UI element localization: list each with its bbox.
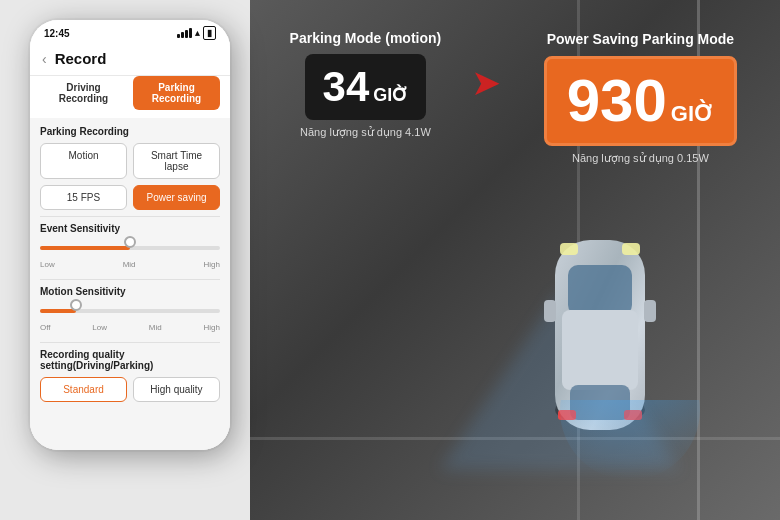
power-saving-label: Power Saving Parking Mode	[547, 30, 735, 48]
event-label-low: Low	[40, 260, 55, 269]
event-sensitivity-label: Event Sensitivity	[40, 223, 220, 234]
recording-quality-label: Recording quality setting(Driving/Parkin…	[40, 349, 220, 371]
svg-rect-6	[644, 300, 656, 322]
parking-mode-label: Parking Mode (motion)	[290, 30, 442, 46]
status-time: 12:45	[44, 28, 70, 39]
motion-slider-labels: Off Low Mid High	[40, 323, 220, 332]
signal-icon	[177, 28, 192, 38]
phone-mockup: 12:45 ▴ ▮ ‹ Record	[30, 20, 230, 450]
motion-label-mid: Mid	[149, 323, 162, 332]
recording-mode-row2: 15 FPS Power saving	[40, 185, 220, 210]
parking-info: Parking Mode (motion) 34 GIỜ Năng lượng …	[280, 30, 760, 165]
motion-label-low: Low	[92, 323, 107, 332]
motion-slider-thumb[interactable]	[70, 299, 82, 311]
event-slider-fill	[40, 246, 130, 250]
tab-parking[interactable]: Parking Recording	[133, 76, 220, 110]
event-label-high: High	[204, 260, 220, 269]
app-header: ‹ Record	[30, 44, 230, 76]
wifi-icon: ▴	[195, 28, 200, 38]
power-energy-text: Năng lượng sử dụng 0.15W	[572, 152, 709, 165]
motion-sensitivity-label: Motion Sensitivity	[40, 286, 220, 297]
smart-timelapse-button[interactable]: Smart Time lapse	[133, 143, 220, 179]
power-saving-box: Power Saving Parking Mode 930 GIỜ Năng l…	[521, 30, 760, 165]
phone-screen: 12:45 ▴ ▮ ‹ Record	[30, 20, 230, 450]
motion-label-off: Off	[40, 323, 51, 332]
parking-recording-label: Parking Recording	[40, 126, 220, 137]
normal-time-box: 34 GIỜ	[305, 54, 427, 120]
svg-rect-8	[622, 243, 640, 255]
divider1	[40, 216, 220, 217]
battery-icon: ▮	[203, 26, 216, 40]
svg-rect-5	[544, 300, 556, 322]
quality-row: Standard High quality	[40, 377, 220, 402]
back-button[interactable]: ‹	[42, 51, 47, 67]
recording-mode-row1: Motion Smart Time lapse	[40, 143, 220, 179]
status-icons: ▴ ▮	[177, 26, 216, 40]
motion-slider-track	[40, 309, 220, 313]
motion-button[interactable]: Motion	[40, 143, 127, 179]
status-bar: 12:45 ▴ ▮	[30, 20, 230, 44]
tab-driving[interactable]: Driving Recording	[40, 76, 127, 110]
svg-rect-2	[568, 265, 632, 315]
high-quality-button[interactable]: High quality	[133, 377, 220, 402]
normal-energy-text: Năng lượng sử dụng 4.1W	[300, 126, 431, 139]
parking-mode-box: Parking Mode (motion) 34 GIỜ Năng lượng …	[280, 30, 451, 139]
fps-button[interactable]: 15 FPS	[40, 185, 127, 210]
svg-point-11	[560, 400, 700, 480]
power-time-number: 930	[567, 71, 667, 131]
page-title: Record	[55, 50, 107, 67]
svg-rect-3	[562, 310, 638, 390]
tabs-container: Driving Recording Parking Recording	[30, 76, 230, 118]
event-label-mid: Mid	[123, 260, 136, 269]
event-sensitivity-section: Event Sensitivity Low Mid High	[40, 223, 220, 269]
standard-button[interactable]: Standard	[40, 377, 127, 402]
motion-label-high: High	[204, 323, 220, 332]
power-saving-button[interactable]: Power saving	[133, 185, 220, 210]
svg-rect-7	[560, 243, 578, 255]
normal-time-unit: GIỜ	[373, 84, 408, 106]
scene-wrapper: Parking Mode (motion) 34 GIỜ Năng lượng …	[0, 0, 780, 520]
red-arrow-icon: ➤	[471, 65, 501, 101]
divider3	[40, 342, 220, 343]
motion-sensitivity-section: Motion Sensitivity Off Low Mid High	[40, 286, 220, 332]
phone-body: 12:45 ▴ ▮ ‹ Record	[30, 20, 230, 450]
normal-time-number: 34	[323, 66, 370, 108]
event-slider-labels: Low Mid High	[40, 260, 220, 269]
arrow-container: ➤	[471, 65, 501, 101]
power-time-unit: GIỜ	[671, 101, 714, 127]
event-slider-thumb[interactable]	[124, 236, 136, 248]
event-sensitivity-slider[interactable]	[40, 240, 220, 256]
motion-sensitivity-slider[interactable]	[40, 303, 220, 319]
divider2	[40, 279, 220, 280]
right-panel: Parking Mode (motion) 34 GIỜ Năng lượng …	[250, 0, 780, 520]
power-time-box: 930 GIỜ	[544, 56, 737, 146]
phone-content: Parking Recording Motion Smart Time laps…	[30, 118, 230, 450]
motion-slider-fill	[40, 309, 76, 313]
car-image	[540, 210, 720, 490]
